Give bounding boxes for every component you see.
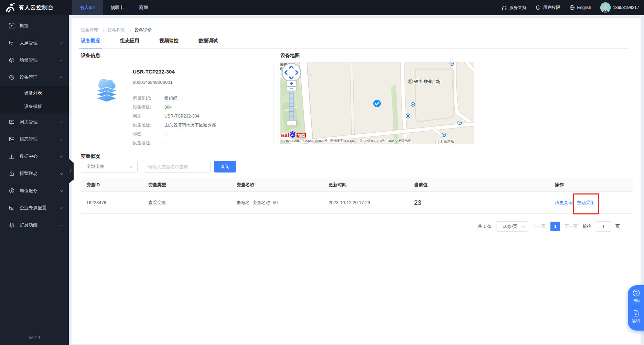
app-root: 有人云控制台 有人IoT 物联卡 商城 服务支持 用户权限 xyxy=(0,0,644,345)
cell-current-value: 23 xyxy=(409,199,549,207)
page-unit-label: 页 xyxy=(615,223,620,230)
variable-search-input[interactable] xyxy=(143,161,211,172)
page-size-select[interactable]: 10条/页 xyxy=(496,221,528,232)
sidebar-item-screen-mgmt[interactable]: 大屏管理 xyxy=(0,34,69,52)
sidebar-item-device-list[interactable]: 设备列表 xyxy=(0,86,69,100)
avatar xyxy=(600,2,611,13)
sidebar-item-device-mgmt[interactable]: 设备管理 xyxy=(0,69,69,86)
user-permissions-button[interactable]: 用户权限 xyxy=(536,5,560,11)
language-label: English xyxy=(577,5,591,10)
breadcrumb-device-detail: 设备详情 xyxy=(135,27,152,33)
goto-page-input[interactable] xyxy=(596,221,611,232)
map-bus-stop-icon xyxy=(406,114,410,118)
device-cloud-server-icon xyxy=(91,71,122,103)
sidebar-item-scada-mgmt[interactable]: 组态管理 xyxy=(0,131,69,148)
divider xyxy=(133,91,266,91)
sidebar-item-overview[interactable]: 概览 xyxy=(0,17,69,34)
device-info-title: 设备信息 xyxy=(81,53,100,59)
consult-button[interactable]: 咨询 xyxy=(632,310,641,324)
breadcrumb-device-mgmt[interactable]: 设备管理 xyxy=(81,27,98,33)
table-header: 变量ID 变量类型 变量名称 更新时间 当前值 操作 xyxy=(81,178,633,192)
table-row: 16223476 直采变量 未命名_变量名称_59 2023-10-12 20:… xyxy=(81,192,633,214)
tab-device-overview[interactable]: 设备概况 xyxy=(81,38,100,48)
col-actions: 操作 xyxy=(549,182,633,188)
breadcrumb: 设备管理 设备列表 设备详情 xyxy=(81,27,152,33)
language-switch[interactable]: English xyxy=(569,5,591,10)
sidebar-label: 大屏管理 xyxy=(20,40,37,46)
device-id: 0000143848000001 xyxy=(133,80,173,85)
brand-logo[interactable]: 有人云控制台 xyxy=(0,2,69,13)
active-collect-link[interactable]: 主动采集 xyxy=(577,200,595,206)
sidebar-item-value-added-services[interactable]: 增值服务 xyxy=(0,182,69,199)
shield-icon xyxy=(536,5,541,10)
sidebar-label: 报警联动 xyxy=(20,170,37,177)
consult-label: 咨询 xyxy=(632,318,640,324)
user-permissions-label: 用户权限 xyxy=(543,5,560,11)
chevron-down-icon xyxy=(60,154,63,157)
sidebar-item-alarm-linkage[interactable]: 报警联动 xyxy=(0,165,69,182)
map-device-marker[interactable] xyxy=(373,100,381,107)
divider xyxy=(632,307,640,307)
tab-video-monitor[interactable]: 视频监控 xyxy=(159,38,179,48)
sidebar-label: 网关管理 xyxy=(20,119,37,125)
variable-type-select[interactable]: 全部变量 xyxy=(81,161,138,172)
chevron-down-icon xyxy=(60,137,63,140)
brand-title: 有人云控制台 xyxy=(19,4,54,11)
chevron-down-icon xyxy=(522,225,525,228)
overview-icon xyxy=(9,23,14,29)
sidebar-label: 组态管理 xyxy=(20,136,37,142)
cell-update-time: 2023-10-12 20:17:29 xyxy=(323,200,409,205)
question-circle-icon xyxy=(633,289,640,297)
top-nav: 有人IoT 物联卡 商城 xyxy=(72,0,156,15)
account[interactable]: 18653198217 xyxy=(600,2,639,13)
sidebar-label: 增值服务 xyxy=(20,188,37,194)
pie-chart-icon xyxy=(9,75,14,80)
chevron-down-icon xyxy=(130,165,133,168)
topbar-right: 服务支持 用户权限 English xyxy=(502,2,644,13)
sidebar-label: 设备管理 xyxy=(20,74,37,80)
sidebar-label: 数据中心 xyxy=(20,153,37,159)
history-query-link[interactable]: 历史查询 xyxy=(555,200,573,206)
sidebar-item-device-template[interactable]: 设备模板 xyxy=(0,100,69,113)
device-field-description: 设备描述:-- xyxy=(133,140,167,146)
topnav-mall[interactable]: 商城 xyxy=(132,0,156,15)
page-size-value: 10条/页 xyxy=(503,224,517,229)
prev-page-button[interactable]: 上一页 xyxy=(533,223,546,230)
sidebar-item-data-center[interactable]: 数据中心 xyxy=(0,148,69,165)
col-update-time: 更新时间 xyxy=(323,182,409,188)
chevron-left-icon xyxy=(70,169,73,172)
sidebar-collapse-handle[interactable] xyxy=(69,159,74,183)
sidebar-item-extensions[interactable]: 扩展功能 xyxy=(0,216,69,234)
device-mgmt-submenu: 设备列表 设备模板 xyxy=(0,86,69,113)
breadcrumb-device-list[interactable]: 设备列表 xyxy=(108,27,125,33)
device-map[interactable]: ↑ ← ↓ 国家粮食 检测中 银丰·联荷广场 山东科银 xyxy=(280,62,474,144)
bar-chart-icon xyxy=(9,154,14,159)
tab-scada-app[interactable]: 组态应用 xyxy=(120,38,139,48)
query-button[interactable]: 查询 xyxy=(214,161,236,172)
sidebar-item-gateway-mgmt[interactable]: 网关管理 xyxy=(0,113,69,131)
cell-variable-id: 16223476 xyxy=(81,200,143,205)
cube-icon xyxy=(9,57,14,63)
monitor-code-icon xyxy=(9,205,14,211)
goto-label: 前往 xyxy=(582,223,591,230)
svg-text:山东科银: 山东科银 xyxy=(440,140,455,144)
tab-data-debug[interactable]: 数据调试 xyxy=(198,38,218,48)
next-page-button[interactable]: 下一页 xyxy=(565,223,578,230)
topnav-usr-iot[interactable]: 有人IoT xyxy=(72,0,103,15)
device-field-tag: 标签:-- xyxy=(133,131,167,137)
svg-text:←: ← xyxy=(463,124,467,127)
service-support-button[interactable]: 服务支持 xyxy=(502,5,527,11)
svg-text:P: P xyxy=(459,121,461,124)
breadcrumb-separator-icon xyxy=(101,29,104,32)
sidebar-item-scene-mgmt[interactable]: 场景管理 xyxy=(0,52,69,69)
map-zoom-slider-track[interactable] xyxy=(290,91,293,120)
map-pan-control[interactable] xyxy=(282,63,301,82)
help-button[interactable]: 帮助 xyxy=(632,289,641,304)
current-page-button[interactable]: 1 xyxy=(550,222,560,231)
help-label: 帮助 xyxy=(632,298,640,304)
sidebar-item-enterprise-config[interactable]: 企业专属配置 xyxy=(0,199,69,216)
topnav-iot-card[interactable]: 物联卡 xyxy=(103,0,132,15)
layers-icon xyxy=(9,222,14,228)
sidebar-label: 企业专属配置 xyxy=(20,205,46,211)
chevron-down-icon xyxy=(60,205,63,209)
